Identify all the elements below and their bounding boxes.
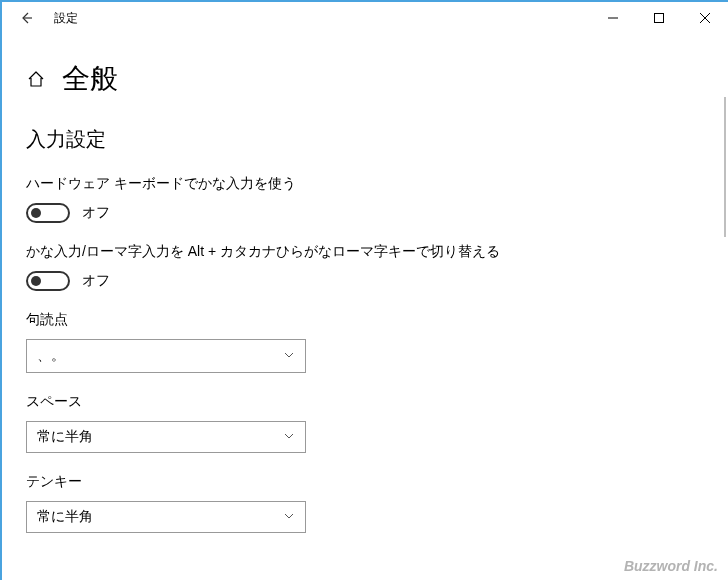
home-button[interactable] xyxy=(26,69,46,89)
window-controls xyxy=(590,2,728,34)
window-title: 設定 xyxy=(54,10,78,27)
setting-tenkey: テンキー 常に半角 xyxy=(26,473,704,533)
scrollbar[interactable] xyxy=(724,97,726,237)
select-value: 常に半角 xyxy=(37,508,93,526)
toggle-knob xyxy=(31,208,41,218)
setting-label: ハードウェア キーボードでかな入力を使う xyxy=(26,175,704,193)
select-value: 、。 xyxy=(37,347,65,365)
minimize-icon xyxy=(608,13,618,23)
setting-space: スペース 常に半角 xyxy=(26,393,704,453)
svg-rect-1 xyxy=(655,14,664,23)
close-icon xyxy=(700,13,710,23)
toggle-kana-hw[interactable] xyxy=(26,203,70,223)
arrow-left-icon xyxy=(19,11,33,25)
setting-label: テンキー xyxy=(26,473,704,491)
minimize-button[interactable] xyxy=(590,2,636,34)
chevron-down-icon xyxy=(283,348,295,364)
select-tenkey[interactable]: 常に半角 xyxy=(26,501,306,533)
page-header: 全般 xyxy=(26,60,704,98)
chevron-down-icon xyxy=(283,509,295,525)
toggle-state-text: オフ xyxy=(82,204,110,222)
setting-label: かな入力/ローマ字入力を Alt + カタカナひらがなローマ字キーで切り替える xyxy=(26,243,704,261)
close-button[interactable] xyxy=(682,2,728,34)
setting-label: 句読点 xyxy=(26,311,704,329)
home-icon xyxy=(27,70,45,88)
select-value: 常に半角 xyxy=(37,428,93,446)
chevron-down-icon xyxy=(283,429,295,445)
select-punctuation[interactable]: 、。 xyxy=(26,339,306,373)
setting-kana-hw: ハードウェア キーボードでかな入力を使う オフ xyxy=(26,175,704,223)
toggle-kana-romaji-switch[interactable] xyxy=(26,271,70,291)
page-title: 全般 xyxy=(62,60,118,98)
section-title-input: 入力設定 xyxy=(26,126,704,153)
select-space[interactable]: 常に半角 xyxy=(26,421,306,453)
content-area: 全般 入力設定 ハードウェア キーボードでかな入力を使う オフ かな入力/ローマ… xyxy=(2,34,728,580)
maximize-button[interactable] xyxy=(636,2,682,34)
back-button[interactable] xyxy=(10,2,42,34)
setting-label: スペース xyxy=(26,393,704,411)
watermark: Buzzword Inc. xyxy=(624,558,718,574)
toggle-knob xyxy=(31,276,41,286)
maximize-icon xyxy=(654,13,664,23)
setting-kana-romaji-switch: かな入力/ローマ字入力を Alt + カタカナひらがなローマ字キーで切り替える … xyxy=(26,243,704,291)
toggle-state-text: オフ xyxy=(82,272,110,290)
setting-punctuation: 句読点 、。 xyxy=(26,311,704,373)
